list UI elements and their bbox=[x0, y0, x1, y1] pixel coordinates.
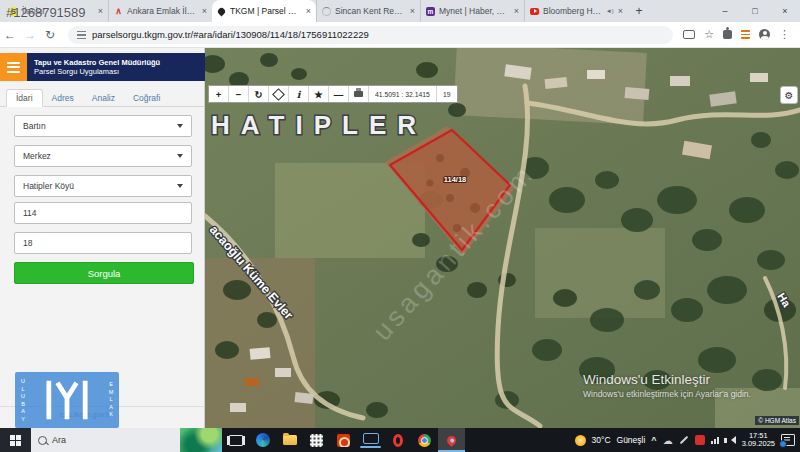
loading-icon bbox=[322, 7, 331, 16]
agency-logo-right-text: EMLAK bbox=[108, 381, 114, 419]
volume-icon[interactable] bbox=[725, 436, 736, 444]
maximize-button[interactable]: □ bbox=[740, 0, 770, 22]
parcel-input[interactable]: 18 bbox=[14, 232, 192, 254]
profile-avatar[interactable] bbox=[759, 29, 770, 40]
taskbar-app-map-active[interactable] bbox=[438, 428, 465, 452]
close-icon[interactable]: × bbox=[98, 6, 103, 16]
chevron-down-icon bbox=[177, 154, 183, 158]
back-button[interactable]: ← bbox=[0, 28, 20, 42]
taskbar-app-edge[interactable] bbox=[249, 428, 276, 452]
pan-button[interactable] bbox=[269, 86, 289, 102]
map-attribution: © HGM Atlas bbox=[755, 416, 799, 425]
app-header: Tapu ve Kadastro Genel Müdürlüğü Parsel … bbox=[0, 53, 205, 81]
url-text[interactable]: parselsorgu.tkgm.gov.tr/#ara/idari/13090… bbox=[92, 29, 369, 40]
share-icon[interactable] bbox=[683, 30, 695, 39]
page-content: Tapu ve Kadastro Genel Müdürlüğü Parsel … bbox=[0, 48, 800, 428]
coordinates-readout: 41.5091 : 32.1415 bbox=[369, 86, 437, 102]
print-button[interactable] bbox=[349, 86, 369, 102]
tab-ankara-emlak[interactable]: ∧ Ankara Emlak İlanları × bbox=[108, 0, 212, 22]
close-icon[interactable]: × bbox=[410, 6, 415, 16]
notification-center-icon[interactable] bbox=[781, 434, 795, 446]
map-pin-icon bbox=[445, 434, 458, 447]
close-window-button[interactable]: × bbox=[770, 0, 800, 22]
tab-bloomberg-ht[interactable]: Bloomberg HT C ◄) × bbox=[524, 0, 628, 22]
address-bar[interactable]: parselsorgu.tkgm.gov.tr/#ara/idari/13090… bbox=[68, 26, 673, 44]
favorite-button[interactable]: ★ bbox=[309, 86, 329, 102]
pen-icon[interactable] bbox=[679, 436, 687, 444]
youtube-icon bbox=[530, 7, 539, 16]
photo-id-watermark: #1268791589 bbox=[6, 5, 86, 20]
network-icon[interactable] bbox=[711, 437, 719, 444]
gear-icon: ⚙ bbox=[785, 90, 794, 101]
printer-icon bbox=[354, 91, 363, 97]
taskbar-app-explorer[interactable] bbox=[276, 428, 303, 452]
clock[interactable]: 17:51 3.09.2025 bbox=[742, 432, 775, 449]
weather-sun-icon[interactable] bbox=[575, 435, 586, 446]
chevron-down-icon bbox=[177, 124, 183, 128]
zoom-level-readout: 19 bbox=[437, 86, 457, 102]
tab-mynet[interactable]: m Mynet | Haber, Oyun × bbox=[420, 0, 524, 22]
district-select[interactable]: Merkez bbox=[14, 145, 192, 167]
close-icon[interactable]: × bbox=[514, 6, 519, 16]
taskbar-app-chrome[interactable] bbox=[411, 428, 438, 452]
close-icon[interactable]: × bbox=[202, 6, 207, 16]
block-input[interactable]: 114 bbox=[14, 202, 192, 224]
tab-idari[interactable]: İdari bbox=[6, 89, 43, 107]
hamburger-menu-button[interactable] bbox=[0, 53, 27, 81]
bookmark-star-icon[interactable]: ☆ bbox=[704, 29, 714, 40]
move-icon bbox=[272, 88, 285, 101]
tab-adres[interactable]: Adres bbox=[43, 90, 83, 106]
taskbar-app-store[interactable] bbox=[303, 428, 330, 452]
close-icon[interactable]: × bbox=[306, 6, 311, 16]
zoom-out-button[interactable]: − bbox=[229, 86, 249, 102]
windows-activation-watermark: Windows'u Etkinleştir Windows'u etkinleş… bbox=[583, 372, 751, 399]
weather-temp[interactable]: 30°C bbox=[592, 435, 611, 445]
agency-logo-left-text: ULUBAY bbox=[20, 378, 26, 423]
tab-sincan-kent-rehberi[interactable]: Sincan Kent Rehberi × bbox=[316, 0, 420, 22]
browser-menu-icon[interactable]: ⋮ bbox=[779, 29, 790, 40]
screen: #1268791589 S İlanlar × ∧ Ankara Emlak İ… bbox=[0, 0, 800, 452]
window-controls: – □ × bbox=[710, 0, 800, 22]
tab-tkgm-parsel-sorgu[interactable]: TKGM | Parsel Sorgu × bbox=[212, 0, 316, 22]
tray-expand-chevron[interactable]: ^ bbox=[651, 435, 656, 445]
tab-analiz[interactable]: Analiz bbox=[83, 90, 124, 106]
refresh-map-button[interactable]: ↻ bbox=[249, 86, 269, 102]
taskbar-search[interactable]: Ara bbox=[30, 428, 180, 452]
neighborhood-select[interactable]: Hatipler Köyü bbox=[14, 175, 192, 197]
search-icon bbox=[38, 436, 47, 445]
cloud-icon[interactable]: ☁ bbox=[663, 435, 673, 446]
close-icon[interactable]: × bbox=[618, 6, 623, 16]
tab-audio-icon[interactable]: ◄) bbox=[606, 8, 614, 14]
reload-button[interactable]: ↻ bbox=[40, 28, 60, 42]
weather-condition[interactable]: Güneşli bbox=[617, 435, 646, 445]
task-view-button[interactable] bbox=[222, 428, 249, 452]
start-button[interactable] bbox=[0, 428, 30, 452]
extensions-icon[interactable] bbox=[723, 30, 732, 39]
minimize-button[interactable]: – bbox=[710, 0, 740, 22]
forward-button[interactable]: → bbox=[20, 28, 40, 42]
site-settings-icon[interactable] bbox=[77, 31, 86, 39]
folder-icon bbox=[283, 435, 297, 445]
laptop-icon bbox=[363, 433, 379, 444]
map-toolbar: + − ↻ i ★ — 41.5091 : 32.1415 19 bbox=[208, 85, 458, 103]
province-select[interactable]: Bartın bbox=[14, 115, 192, 137]
tray-red-app-icon[interactable] bbox=[695, 435, 705, 445]
taskbar: Ara 30°C Güneşli ^ ☁ 17:51 3.09.2025 bbox=[0, 428, 800, 452]
taskbar-app-opera[interactable] bbox=[384, 428, 411, 452]
extension-badge-icon[interactable] bbox=[741, 30, 750, 39]
browser-toolbar: ← → ↻ parselsorgu.tkgm.gov.tr/#ara/idari… bbox=[0, 22, 800, 48]
info-button[interactable]: i bbox=[289, 86, 309, 102]
measure-button[interactable]: — bbox=[329, 86, 349, 102]
taskbar-app-pc[interactable] bbox=[357, 428, 384, 452]
map-viewport[interactable]: HATIPLER 114/18 acaoğlu Küme Evler Ha us… bbox=[205, 48, 800, 428]
map-settings-button[interactable]: ⚙ bbox=[780, 86, 798, 104]
taskbar-app-office[interactable] bbox=[330, 428, 357, 452]
toolbar-actions: ☆ ⋮ bbox=[683, 29, 790, 40]
taskbar-app-colorful[interactable] bbox=[180, 428, 222, 452]
chevron-down-icon bbox=[177, 184, 183, 188]
sorgula-button[interactable]: Sorgula bbox=[14, 262, 194, 284]
tab-cografi[interactable]: Coğrafi bbox=[124, 90, 169, 106]
new-tab-button[interactable]: + bbox=[628, 0, 650, 22]
zoom-in-button[interactable]: + bbox=[209, 86, 229, 102]
browser-tab-strip: S İlanlar × ∧ Ankara Emlak İlanları × TK… bbox=[0, 0, 800, 22]
